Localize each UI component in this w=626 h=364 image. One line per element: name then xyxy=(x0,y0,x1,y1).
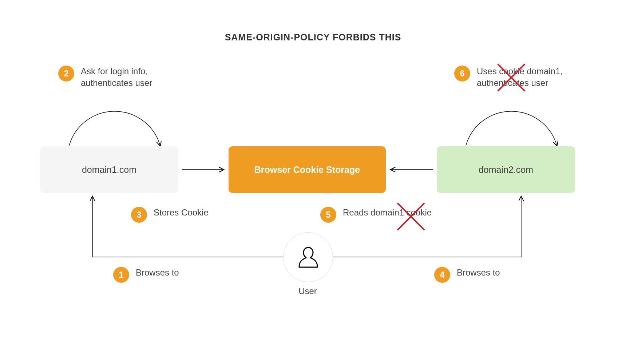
step-4: 4 Browses to xyxy=(434,267,500,283)
user-label: User xyxy=(283,286,332,296)
step-3-text: Stores Cookie xyxy=(154,207,209,218)
step-1: 1 Browses to xyxy=(113,267,179,283)
diagram-title: SAME-ORIGIN-POLICY FORBIDS THIS xyxy=(0,32,626,43)
step-6-badge: 6 xyxy=(454,66,470,82)
node-cookie-storage-label: Browser Cookie Storage xyxy=(254,165,360,175)
step-4-badge: 4 xyxy=(434,267,450,283)
step-6-text: Uses cookie domain1, authenticates user xyxy=(477,66,593,89)
step-5-text: Reads domain1 cookie xyxy=(343,207,432,218)
step-4-text: Browses to xyxy=(457,267,500,278)
step-6: 6 Uses cookie domain1, authenticates use… xyxy=(454,66,593,89)
node-cookie-storage: Browser Cookie Storage xyxy=(229,146,386,193)
step-3-badge: 3 xyxy=(131,207,147,223)
user-icon xyxy=(298,246,319,269)
step-5-badge: 5 xyxy=(320,207,336,223)
node-domain2-label: domain2.com xyxy=(479,165,533,175)
step-2-text: Ask for login info, authenticates user xyxy=(81,66,197,89)
diagram-stage: SAME-ORIGIN-POLICY FORBIDS THIS domain1.… xyxy=(0,0,626,364)
step-2-badge: 2 xyxy=(58,66,74,82)
step-1-text: Browses to xyxy=(136,267,179,278)
step-2: 2 Ask for login info, authenticates user xyxy=(58,66,197,89)
node-domain1: domain1.com xyxy=(40,146,178,193)
node-domain1-label: domain1.com xyxy=(82,165,136,175)
step-5: 5 Reads domain1 cookie xyxy=(320,207,432,223)
user-node xyxy=(283,232,333,282)
step-3: 3 Stores Cookie xyxy=(131,207,209,223)
step-1-badge: 1 xyxy=(113,267,129,283)
node-domain2: domain2.com xyxy=(437,146,575,193)
